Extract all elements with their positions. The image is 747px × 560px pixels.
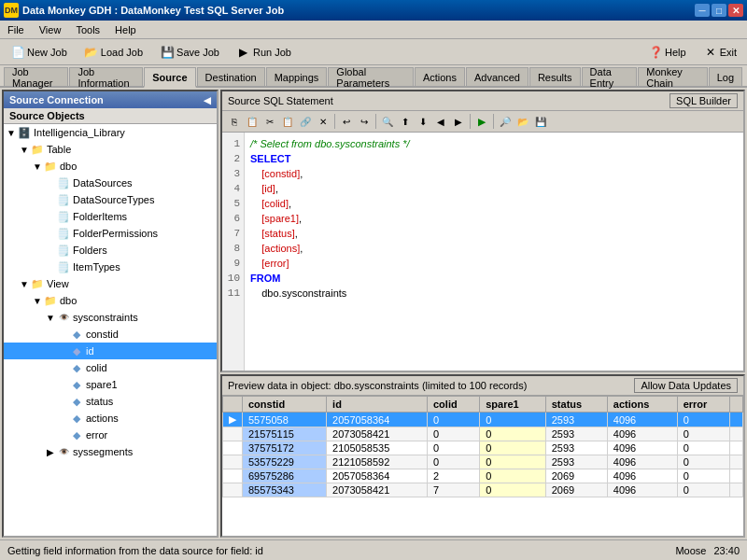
sql-builder-button[interactable]: SQL Builder	[669, 93, 738, 108]
cell-extra	[730, 469, 743, 483]
tab-source[interactable]: Source	[144, 67, 195, 88]
outdent-icon[interactable]: ▶	[450, 113, 467, 130]
tree-item-spare1[interactable]: ◆ spare1	[4, 376, 217, 393]
cell-id: 2057058364	[327, 469, 428, 483]
col-error[interactable]: error	[677, 397, 729, 413]
tree-item-actions[interactable]: ◆ actions	[4, 410, 217, 427]
col-id[interactable]: id	[327, 397, 428, 413]
menu-view[interactable]: View	[35, 22, 65, 37]
paste-icon[interactable]: 📋	[244, 113, 261, 130]
undo-icon[interactable]: ↩	[338, 113, 355, 130]
tab-job-information[interactable]: Job Information	[69, 67, 143, 86]
table-row[interactable]: 85575343 2073058421 7 0 2069 4096 0	[223, 483, 743, 497]
copy2-icon[interactable]: 📋	[279, 113, 296, 130]
tree-item-constid[interactable]: ◆ constid	[4, 326, 217, 343]
menu-tools[interactable]: Tools	[72, 22, 104, 37]
tree-item-dbo2[interactable]: ▼ 📁 dbo	[4, 292, 217, 309]
run-job-button[interactable]: ▶ Run Job	[230, 42, 298, 63]
tree-item-id[interactable]: ◆ id	[4, 343, 217, 359]
find-icon[interactable]: 🔍	[379, 113, 396, 130]
col-spare1[interactable]: spare1	[480, 397, 546, 413]
tree-item-folders[interactable]: 🗒️ Folders	[4, 242, 217, 259]
align-right-icon[interactable]: ⬇	[415, 113, 431, 130]
tree-item-folderitems[interactable]: 🗒️ FolderItems	[4, 208, 217, 225]
col-actions[interactable]: actions	[607, 397, 677, 413]
cell-actions: 4096	[607, 413, 677, 427]
tree-item-colid[interactable]: ◆ colid	[4, 359, 217, 376]
expander-icon[interactable]: ▼	[19, 279, 30, 289]
tree-item-dbo1[interactable]: ▼ 📁 dbo	[4, 158, 217, 175]
tree-item-itemtypes[interactable]: 🗒️ ItemTypes	[4, 259, 217, 275]
tree-item-datasources[interactable]: 🗒️ DataSources	[4, 175, 217, 191]
tab-destination[interactable]: Destination	[197, 67, 265, 86]
tree-item-intelligencia[interactable]: ▼ 🗄️ Intelligencia_Library	[4, 124, 217, 141]
tree-item-view[interactable]: ▼ 📁 View	[4, 275, 217, 292]
preview-table-container[interactable]: constid id colid spare1 status actions e…	[222, 396, 743, 536]
tree-item-table[interactable]: ▼ 📁 Table	[4, 141, 217, 158]
tab-job-manager[interactable]: Job Manager	[4, 67, 68, 86]
new-job-button[interactable]: 📄 New Job	[4, 42, 74, 63]
tree-item-status[interactable]: ◆ status	[4, 393, 217, 410]
tree-item-datasourcetypes[interactable]: 🗒️ DataSourceTypes	[4, 191, 217, 208]
run-icon[interactable]: ▶	[473, 113, 490, 130]
delete-icon[interactable]: ✕	[315, 113, 331, 130]
expander-icon[interactable]: ▼	[19, 145, 30, 155]
table-row[interactable]: 37575172 2105058535 0 0 2593 4096 0	[223, 441, 743, 455]
expander-icon[interactable]: ▼	[6, 128, 17, 138]
toolbar-separator	[470, 114, 471, 129]
col-colid[interactable]: colid	[427, 397, 479, 413]
expander-icon[interactable]: ▼	[32, 161, 43, 172]
tab-log[interactable]: Log	[709, 67, 742, 86]
col-constid[interactable]: constid	[243, 397, 327, 413]
tree-item-folderpermissions[interactable]: 🗒️ FolderPermissions	[4, 225, 217, 242]
tree-item-syssegments[interactable]: ▶ 👁️ syssegments	[4, 443, 217, 460]
sql-header: Source SQL Statement SQL Builder	[222, 91, 743, 111]
expander-icon[interactable]: ▶	[45, 447, 56, 457]
close-button[interactable]: ✕	[728, 4, 743, 17]
tab-data-entry[interactable]: Data Entry	[582, 67, 638, 86]
tree-label: DataSourceTypes	[73, 194, 154, 205]
maximize-button[interactable]: □	[712, 4, 726, 17]
cut-icon[interactable]: ✂	[261, 113, 278, 130]
expander-icon[interactable]: ▼	[32, 296, 43, 306]
tab-advanced[interactable]: Advanced	[466, 67, 529, 86]
help-button[interactable]: ❓ Help	[641, 42, 693, 63]
align-left-icon[interactable]: ⬆	[397, 113, 414, 130]
load-job-button[interactable]: 📂 Load Job	[78, 42, 149, 63]
table-row[interactable]: ▶ 5575058 2057058364 0 0 2593 4096 0	[223, 413, 743, 427]
table-row[interactable]: 21575115 2073058421 0 0 2593 4096 0	[223, 427, 743, 441]
indent-icon[interactable]: ◀	[432, 113, 449, 130]
exit-button[interactable]: ✕ Exit	[697, 42, 743, 63]
sql-code[interactable]: /* Select from dbo.sysconstraints */ SEL…	[245, 133, 743, 371]
menu-help[interactable]: Help	[111, 22, 140, 37]
table-row[interactable]: 69575286 2057058364 2 0 2069 4096 0	[223, 469, 743, 483]
copy-icon[interactable]: ⎘	[226, 113, 243, 130]
save-job-button[interactable]: 💾 Save Job	[153, 42, 226, 63]
menu-file[interactable]: File	[4, 22, 28, 37]
tab-actions[interactable]: Actions	[415, 67, 465, 86]
tree-item-error[interactable]: ◆ error	[4, 427, 217, 443]
open-icon[interactable]: 📂	[514, 113, 531, 130]
tab-results[interactable]: Results	[529, 67, 581, 86]
link-icon[interactable]: 🔗	[297, 113, 314, 130]
allow-updates-button[interactable]: Allow Data Updates	[634, 378, 738, 393]
exit-icon: ✕	[703, 45, 718, 60]
minimize-button[interactable]: ─	[695, 4, 710, 17]
save-job-label: Save Job	[176, 47, 219, 58]
collapse-button[interactable]: ◀	[204, 95, 211, 105]
search2-icon[interactable]: 🔎	[497, 113, 514, 130]
tree-item-sysconstraints[interactable]: ▼ 👁️ sysconstraints	[4, 309, 217, 326]
expander-icon[interactable]: ▼	[45, 313, 56, 323]
sql-line-2: SELECT	[250, 151, 738, 166]
cell-extra	[730, 441, 743, 455]
exit-label: Exit	[720, 47, 737, 58]
redo-icon[interactable]: ↪	[356, 113, 373, 130]
tab-monkey-chain[interactable]: Monkey Chain	[638, 67, 707, 86]
preview-header: Preview data in object: dbo.sysconstrain…	[222, 376, 743, 396]
col-status[interactable]: status	[545, 397, 607, 413]
run-job-label: Run Job	[253, 47, 291, 58]
save-icon[interactable]: 💾	[532, 113, 549, 130]
tab-mappings[interactable]: Mappings	[266, 67, 328, 86]
tab-global-parameters[interactable]: Global Parameters	[328, 67, 414, 86]
table-row[interactable]: 53575229 2121058592 0 0 2593 4096 0	[223, 455, 743, 469]
